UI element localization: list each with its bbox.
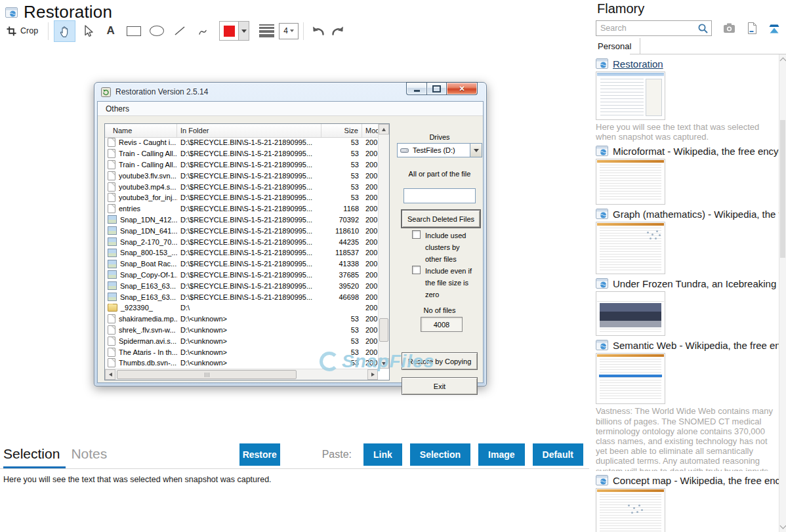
table-row[interactable]: Snap_Boat Rac... D:\$RECYCLE.BIN\S-1-5-2…	[105, 258, 378, 270]
vertical-scrollbar[interactable]	[378, 124, 389, 369]
color-dropdown-button[interactable]	[238, 22, 249, 40]
table-row[interactable]: Spiderman.avi.s... D:\<unknown> 53 200	[105, 335, 378, 346]
take-snapshot-button[interactable]	[723, 23, 735, 33]
search-input[interactable]	[596, 21, 711, 35]
scrollbar-thumb[interactable]	[780, 120, 785, 258]
menu-others[interactable]: Others	[106, 104, 129, 113]
table-row[interactable]: shakiramedia.mp... D:\<unknown> 53 200	[105, 314, 378, 325]
undo-button[interactable]	[308, 21, 328, 41]
snapshot-title[interactable]: Semantic Web - Wikipedia, the free encyc…	[613, 340, 779, 351]
rectangle-tool-button[interactable]	[123, 20, 144, 42]
deleted-files-list[interactable]: Name In Folder Size Moc Revis - Caught i…	[104, 123, 390, 380]
sidebar-scrollbar[interactable]	[779, 54, 786, 532]
exit-button[interactable]: Exit	[402, 377, 478, 395]
tab-personal[interactable]: Personal	[589, 38, 640, 54]
crop-button[interactable]: Crop	[7, 26, 38, 36]
table-row[interactable]: youtube3.flv.svn... D:\$RECYCLE.BIN\S-1-…	[105, 170, 378, 181]
scroll-left-button[interactable]	[105, 369, 115, 380]
ellipse-tool-button[interactable]	[146, 20, 167, 42]
dock-sidebar-button[interactable]	[768, 23, 781, 34]
list-item[interactable]: Under Frozen Tundra, an Icebreaking Ship…	[596, 277, 779, 336]
freehand-tool-button[interactable]	[192, 20, 213, 42]
snapshot-title[interactable]: Restoration	[613, 58, 779, 70]
table-row[interactable]: Revis - Caught i... D:\$RECYCLE.BIN\S-1-…	[105, 137, 378, 148]
note-button[interactable]	[747, 22, 756, 34]
table-row[interactable]: Snap_E163_63... D:\$RECYCLE.BIN\S-1-5-21…	[105, 291, 378, 302]
list-item[interactable]: Restoration Here you will see the text t…	[596, 57, 779, 142]
redo-button[interactable]	[328, 21, 348, 41]
table-row[interactable]: shrek_.flv.svn-w... D:\<unknown> 53 200	[105, 325, 378, 336]
snapshot-canvas[interactable]: Restoration Version 2.5.14 ✕ Others	[0, 42, 589, 441]
list-item[interactable]: Concept map - Wikipedia, the free encycl…	[596, 474, 779, 532]
chevron-down-icon[interactable]	[780, 523, 786, 529]
column-header-modified[interactable]: Moc	[362, 124, 378, 137]
thickness-select[interactable]: 4	[279, 23, 299, 39]
snapshot-title[interactable]: Concept map - Wikipedia, the free encycl…	[613, 475, 779, 486]
list-item[interactable]: Graph (mathematics) - Wikipedia, the fre…	[596, 207, 779, 274]
include-used-clusters-checkbox[interactable]	[412, 230, 421, 239]
table-row[interactable]: entries D:\$RECYCLE.BIN\S-1-5-21-2189099…	[105, 203, 378, 215]
table-row[interactable]: Snap_2-170_70... D:\$RECYCLE.BIN\S-1-5-2…	[105, 236, 378, 247]
include-zero-size-checkbox[interactable]	[412, 266, 421, 274]
file-size-cell: 53	[321, 194, 362, 201]
list-item[interactable]: Semantic Web - Wikipedia, the free encyc…	[596, 338, 779, 471]
snapshot-title[interactable]: Microformat - Wikipedia, the free encycl…	[613, 146, 779, 157]
hand-tool-button[interactable]	[54, 20, 75, 42]
scrollbar-thumb[interactable]	[117, 370, 297, 379]
snapshot-thumbnail[interactable]	[596, 159, 665, 205]
snapshot-thumbnail[interactable]	[596, 222, 665, 274]
snapshot-thumbnail[interactable]	[596, 488, 665, 532]
scroll-down-button[interactable]	[379, 358, 389, 369]
paste-button-image[interactable]: Image	[478, 443, 524, 466]
table-row[interactable]: Snap_1DN_412... D:\$RECYCLE.BIN\S-1-5-21…	[105, 215, 378, 226]
text-tool-button[interactable]: A	[100, 20, 121, 42]
paste-button-default[interactable]: Default	[533, 443, 583, 466]
file-size-cell: 53	[321, 172, 362, 180]
window-titlebar[interactable]: Restoration Version 2.5.14 ✕	[94, 83, 486, 101]
table-row[interactable]: Thumbs.db.svn-... D:\<unknown> 53 200	[105, 358, 378, 369]
search-icon[interactable]	[697, 23, 709, 34]
table-row[interactable]: Snap_1DN_641... D:\$RECYCLE.BIN\S-1-5-21…	[105, 225, 378, 236]
tab-selection[interactable]: Selection	[3, 446, 60, 463]
column-header-folder[interactable]: In Folder	[177, 124, 321, 137]
search-deleted-files-button[interactable]: Search Deleted Files	[402, 210, 480, 228]
select-tool-button[interactable]	[77, 20, 98, 42]
drive-select[interactable]: TestFiles (D:)	[397, 143, 482, 157]
captured-restoration-window[interactable]: Restoration Version 2.5.14 ✕ Others	[94, 82, 487, 386]
minimize-button[interactable]	[406, 82, 426, 95]
tab-notes[interactable]: Notes	[71, 446, 107, 463]
restore-by-copying-button[interactable]: Restore by Copying	[402, 352, 478, 370]
table-row[interactable]: The Ataris - In th... D:\<unknown> 53 20…	[105, 346, 378, 358]
snapshot-thumbnail[interactable]	[596, 72, 665, 120]
snapshot-thumbnail[interactable]	[596, 353, 665, 404]
scroll-up-button[interactable]	[379, 124, 389, 134]
color-picker[interactable]	[219, 21, 249, 41]
table-row[interactable]: Snap_800-153_... D:\$RECYCLE.BIN\S-1-5-2…	[105, 247, 378, 258]
scrollbar-thumb[interactable]	[379, 318, 388, 342]
restore-button[interactable]: Restore	[239, 443, 280, 466]
table-row[interactable]: Train - Calling All... D:\$RECYCLE.BIN\S…	[105, 159, 378, 171]
table-row[interactable]: Train - Calling All... D:\$RECYCLE.BIN\S…	[105, 148, 378, 159]
snapshot-title[interactable]: Graph (mathematics) - Wikipedia, the fre…	[613, 209, 779, 220]
maximize-button[interactable]	[426, 82, 447, 95]
column-header-size[interactable]: Size	[321, 124, 362, 137]
table-row[interactable]: _923390_ D:\ 200	[105, 302, 378, 314]
line-tool-button[interactable]	[169, 20, 190, 42]
close-button[interactable]: ✕	[447, 82, 478, 95]
horizontal-scrollbar[interactable]	[105, 369, 378, 380]
list-item[interactable]: Microformat - Wikipedia, the free encycl…	[596, 144, 779, 205]
table-row[interactable]: Snap_E163_63... D:\$RECYCLE.BIN\S-1-5-21…	[105, 280, 378, 291]
table-row[interactable]: Snap_Copy-Of-1... D:\$RECYCLE.BIN\S-1-5-…	[105, 270, 378, 281]
snapshot-title[interactable]: Under Frozen Tundra, an Icebreaking Ship…	[613, 278, 779, 289]
scroll-right-button[interactable]	[367, 369, 378, 380]
file-filter-input[interactable]	[403, 188, 476, 203]
table-row[interactable]: youtube3_for_inj... D:\$RECYCLE.BIN\S-1-…	[105, 192, 378, 203]
snapshot-thumbnail[interactable]	[596, 291, 665, 336]
chevron-up-icon[interactable]	[780, 58, 786, 64]
current-color[interactable]	[220, 22, 238, 40]
drive-dropdown-button[interactable]	[470, 144, 482, 157]
column-header-name[interactable]: Name	[105, 124, 177, 137]
paste-button-link[interactable]: Link	[363, 443, 402, 466]
paste-button-selection[interactable]: Selection	[410, 443, 470, 466]
table-row[interactable]: youtube3.mp4.s... D:\$RECYCLE.BIN\S-1-5-…	[105, 181, 378, 192]
